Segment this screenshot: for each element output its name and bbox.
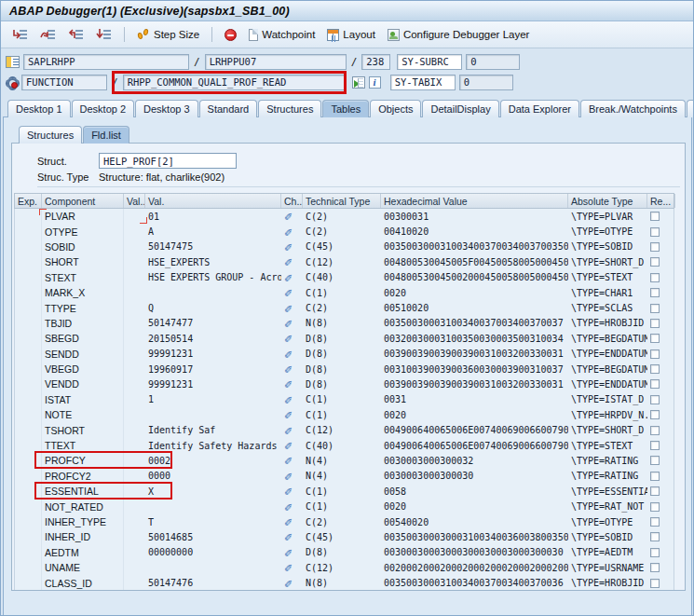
technical-type-cell[interactable]: N(8): [303, 575, 381, 590]
component-cell[interactable]: INHER_ID: [42, 529, 124, 544]
value-more-cell[interactable]: [124, 362, 145, 376]
reference-checkbox[interactable]: [650, 242, 660, 252]
technical-type-cell[interactable]: C(2): [303, 224, 381, 239]
component-cell[interactable]: ESSENTIAL: [42, 484, 124, 499]
value-cell[interactable]: 01: [145, 209, 281, 224]
value-more-cell[interactable]: [124, 438, 145, 453]
tab-standard[interactable]: Standard: [199, 100, 258, 117]
reference-checkbox[interactable]: [650, 579, 660, 588]
absolute-type-cell[interactable]: \TYPE=ENDDATUM: [568, 347, 647, 362]
subtab-fld-list[interactable]: Fld.list: [83, 126, 129, 144]
hexadecimal-cell[interactable]: 0035003000300031003400360038003500...: [381, 529, 568, 544]
expand-cell[interactable]: [15, 347, 42, 362]
component-cell[interactable]: NOT_RATED: [42, 499, 124, 513]
reference-checkbox[interactable]: [650, 349, 660, 359]
component-cell[interactable]: VBEGD: [42, 362, 124, 376]
value-more-cell[interactable]: [124, 224, 145, 239]
reference-checkbox[interactable]: [650, 548, 660, 557]
absolute-type-cell[interactable]: \TYPE=BEGDATUM: [568, 362, 647, 376]
component-cell[interactable]: PROFCY: [42, 453, 124, 468]
expand-cell[interactable]: [15, 438, 42, 453]
expand-cell[interactable]: [15, 285, 42, 300]
reference-checkbox[interactable]: [650, 304, 660, 313]
program-field[interactable]: SAPLRHPP: [23, 54, 189, 70]
technical-type-cell[interactable]: C(1): [303, 285, 381, 300]
info-icon[interactable]: i: [369, 76, 381, 89]
configure-debugger-layer-button[interactable]: Configure Debugger Layer: [383, 26, 535, 44]
edit-pencil-icon[interactable]: ✎: [284, 304, 293, 313]
hexadecimal-cell[interactable]: 004900640065006E007400690066007900...: [381, 422, 568, 437]
line-number-field[interactable]: 238: [361, 54, 390, 70]
value-more-cell[interactable]: [124, 376, 145, 391]
component-cell[interactable]: TTYPE: [42, 300, 124, 315]
sy-subrc-field[interactable]: SY-SUBRC: [397, 54, 462, 70]
hexadecimal-cell[interactable]: 0020: [381, 285, 568, 300]
display-source-icon[interactable]: [352, 76, 365, 89]
edit-pencil-icon[interactable]: ✎: [284, 334, 293, 343]
absolute-type-cell[interactable]: \TYPE=SOBID: [568, 240, 647, 254]
value-cell[interactable]: [145, 285, 281, 300]
component-cell[interactable]: UNAME: [42, 560, 124, 575]
value-cell[interactable]: A: [145, 224, 281, 239]
hexadecimal-cell[interactable]: 0031: [381, 392, 568, 407]
watchpoint-button[interactable]: Watchpoint: [244, 26, 320, 44]
value-more-cell[interactable]: [124, 254, 145, 269]
component-cell[interactable]: SHORT: [42, 254, 124, 269]
include-field[interactable]: LRHPPU07: [205, 54, 347, 70]
hexadecimal-cell[interactable]: 0058: [381, 484, 568, 499]
value-cell[interactable]: 50147475: [145, 240, 281, 254]
tab-desktop-1[interactable]: Desktop 1: [7, 100, 71, 117]
reference-checkbox[interactable]: [650, 364, 660, 374]
absolute-type-cell[interactable]: \TYPE=STEXT: [568, 438, 647, 453]
reference-checkbox[interactable]: [650, 456, 660, 465]
value-cell[interactable]: HSE EXPERTS GROUP - Acro...: [145, 270, 281, 285]
tab-diff[interactable]: Diff: [687, 100, 693, 117]
expand-cell[interactable]: [15, 224, 42, 239]
value-more-cell[interactable]: [124, 209, 145, 224]
technical-type-cell[interactable]: C(45): [303, 240, 381, 254]
event-type-field[interactable]: FUNCTION: [21, 75, 107, 90]
reference-checkbox[interactable]: [650, 410, 660, 419]
reference-checkbox[interactable]: [650, 379, 660, 389]
column-header-ch[interactable]: Ch...: [281, 194, 303, 208]
component-cell[interactable]: VENDD: [42, 376, 124, 391]
column-header-component[interactable]: Component: [42, 194, 124, 208]
technical-type-cell[interactable]: C(2): [303, 209, 381, 224]
value-more-cell[interactable]: [124, 347, 145, 362]
expand-cell[interactable]: [15, 407, 42, 422]
value-cell[interactable]: 50147477: [145, 316, 281, 331]
hexadecimal-cell[interactable]: 0020: [381, 407, 568, 422]
value-cell[interactable]: 99991231: [145, 347, 281, 362]
value-cell[interactable]: 99991231: [145, 376, 281, 391]
reference-checkbox[interactable]: [650, 319, 660, 328]
expand-cell[interactable]: [15, 362, 42, 376]
tab-data-explorer[interactable]: Data Explorer: [500, 100, 579, 117]
hexadecimal-cell[interactable]: 00300030003000300030003000300030: [381, 545, 568, 560]
breakpoint-stop-button[interactable]: [220, 26, 241, 44]
component-cell[interactable]: SBEGD: [42, 331, 124, 346]
subtab-structures[interactable]: Structures: [19, 126, 82, 144]
expand-cell[interactable]: [15, 376, 42, 391]
value-more-cell[interactable]: [124, 499, 145, 513]
technical-type-cell[interactable]: C(40): [303, 270, 381, 285]
edit-pencil-icon[interactable]: ✎: [284, 257, 293, 267]
edit-pencil-icon[interactable]: ✎: [284, 242, 293, 252]
value-more-cell[interactable]: [124, 316, 145, 331]
absolute-type-cell[interactable]: \TYPE=USRNAME: [568, 560, 647, 575]
absolute-type-cell[interactable]: \TYPE=ENDDATUM: [568, 376, 647, 391]
value-more-cell[interactable]: [124, 300, 145, 315]
edit-pencil-icon[interactable]: ✎: [284, 319, 293, 328]
value-more-cell[interactable]: [124, 529, 145, 544]
sy-tabix-field[interactable]: SY-TABIX: [390, 75, 456, 90]
hexadecimal-cell[interactable]: 00390039003900390031003200330031: [381, 347, 568, 362]
edit-pencil-icon[interactable]: ✎: [284, 288, 293, 297]
hexadecimal-cell[interactable]: 00390039003900390031003200330031: [381, 376, 568, 391]
value-more-cell[interactable]: [124, 285, 145, 300]
technical-type-cell[interactable]: C(40): [303, 438, 381, 453]
reference-checkbox[interactable]: [650, 502, 660, 512]
hexadecimal-cell[interactable]: 0030003000300030: [381, 469, 568, 484]
absolute-type-cell[interactable]: \TYPE=SHORT_D: [568, 254, 647, 269]
hexadecimal-cell[interactable]: 004900640065006E007400690066007900...: [381, 438, 568, 453]
value-cell[interactable]: 1: [145, 392, 281, 407]
column-header-hexadecimalvalue[interactable]: Hexadecimal Value: [381, 194, 568, 208]
